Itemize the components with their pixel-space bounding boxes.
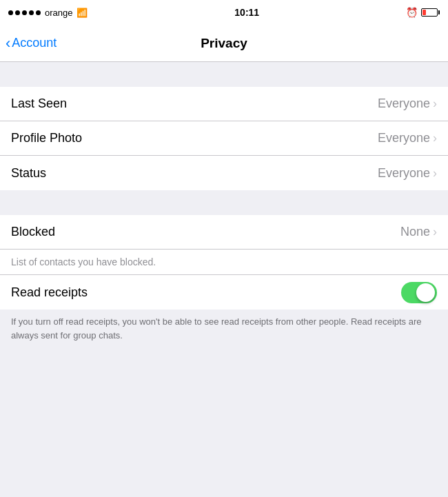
- profile-photo-row[interactable]: Profile Photo Everyone ›: [0, 121, 448, 156]
- last-seen-value: Everyone ›: [378, 97, 437, 111]
- read-receipts-toggle[interactable]: [401, 282, 437, 303]
- signal-dot: [15, 10, 20, 15]
- signal-dot: [8, 10, 13, 15]
- back-button-label: Account: [12, 36, 57, 50]
- status-left: orange 📶: [8, 8, 88, 18]
- battery-fill: [422, 10, 426, 15]
- battery-nub: [438, 10, 440, 14]
- blocked-section-group: Blocked None › List of contacts you have…: [0, 215, 448, 310]
- profile-photo-label: Profile Photo: [11, 131, 82, 145]
- read-receipts-footer-text: If you turn off read receipts, you won't…: [11, 316, 422, 341]
- blocked-value: None ›: [400, 225, 437, 239]
- carrier-name: orange: [45, 8, 72, 18]
- signal-dots: [8, 10, 41, 15]
- blocked-row[interactable]: Blocked None ›: [0, 215, 448, 250]
- profile-photo-chevron-icon: ›: [433, 131, 437, 145]
- battery-body: [421, 8, 438, 17]
- profile-photo-value-text: Everyone: [378, 131, 430, 145]
- status-right: ⏰: [406, 7, 440, 18]
- last-seen-row[interactable]: Last Seen Everyone ›: [0, 87, 448, 121]
- signal-dot: [36, 10, 41, 15]
- status-time: 10:11: [234, 7, 259, 18]
- last-seen-chevron-icon: ›: [433, 97, 437, 111]
- last-seen-value-text: Everyone: [378, 97, 430, 111]
- status-value: Everyone ›: [378, 166, 437, 181]
- section-gap-middle: [0, 190, 448, 215]
- last-seen-label: Last Seen: [11, 97, 67, 111]
- page-title: Privacy: [201, 36, 247, 51]
- wifi-icon: 📶: [77, 8, 88, 18]
- privacy-settings-group: Last Seen Everyone › Profile Photo Every…: [0, 87, 448, 190]
- status-row[interactable]: Status Everyone ›: [0, 156, 448, 190]
- read-receipts-footer: If you turn off read receipts, you won't…: [0, 310, 448, 350]
- back-chevron-icon: ‹: [6, 36, 10, 51]
- status-label: Status: [11, 166, 46, 181]
- read-receipts-row[interactable]: Read receipts: [0, 275, 448, 310]
- blocked-chevron-icon: ›: [433, 225, 437, 239]
- blocked-value-text: None: [400, 225, 430, 239]
- signal-dot: [29, 10, 34, 15]
- back-button[interactable]: ‹ Account: [6, 36, 57, 51]
- toggle-track: [401, 282, 437, 303]
- section-gap-top: [0, 62, 448, 87]
- status-value-text: Everyone: [378, 166, 430, 181]
- battery-indicator: [421, 8, 440, 17]
- status-chevron-icon: ›: [433, 166, 437, 181]
- toggle-thumb: [416, 283, 435, 302]
- blocked-label: Blocked: [11, 225, 55, 239]
- blocked-info: List of contacts you have blocked.: [0, 250, 448, 275]
- alarm-icon: ⏰: [406, 7, 418, 18]
- blocked-info-text: List of contacts you have blocked.: [11, 256, 156, 267]
- nav-bar: ‹ Account Privacy: [0, 25, 448, 62]
- profile-photo-value: Everyone ›: [378, 131, 437, 145]
- status-bar: orange 📶 10:11 ⏰: [0, 0, 448, 25]
- read-receipts-label: Read receipts: [11, 285, 88, 300]
- signal-dot: [22, 10, 27, 15]
